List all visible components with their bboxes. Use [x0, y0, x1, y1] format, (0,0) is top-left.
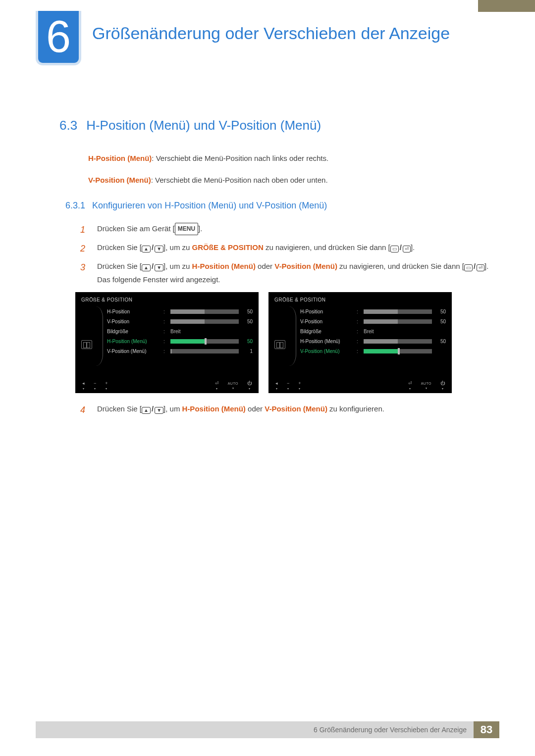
- v-position-label: V-Position (Menü): [88, 176, 151, 184]
- step-text: Drücken Sie [▲/▼], um H-Position (Menü) …: [97, 402, 490, 418]
- down-icon: ▼: [155, 264, 163, 271]
- osd-panel-h: GRÖßE & POSITION H-Position: 50 V-Positi…: [75, 292, 259, 393]
- section-number: 6.3: [59, 118, 77, 133]
- slider: [170, 349, 239, 353]
- chapter-title: Größenänderung oder Verschieben der Anze…: [92, 23, 450, 44]
- osd-list: H-Position: 50 V-Position: 50 Bildgröße:…: [300, 306, 446, 366]
- nav-target: GRÖßE & POSITION: [192, 243, 264, 252]
- slider-selected: [364, 349, 432, 353]
- up-icon: ▲: [142, 264, 151, 271]
- rect-icon: ▭: [390, 246, 399, 252]
- page-number: 83: [474, 721, 499, 738]
- slider: [364, 319, 432, 324]
- h-position-text: : Verschiebt die Menü-Position nach link…: [152, 154, 328, 162]
- down-icon: ▼: [155, 246, 163, 252]
- osd-enter-icon: ⏎▾: [215, 381, 219, 390]
- subsection-heading: 6.3.1Konfigurieren von H-Position (Menü)…: [65, 201, 490, 211]
- section-title: H-Position (Menü) und V-Position (Menü): [86, 118, 321, 133]
- slider: [170, 319, 239, 324]
- osd-plus-icon: +▾: [105, 381, 107, 390]
- down-icon: ▼: [155, 407, 163, 414]
- footer-text: 6 Größenänderung oder Verschieben der An…: [36, 721, 474, 738]
- section-body: 6.3H-Position (Menü) und V-Position (Men…: [59, 118, 490, 421]
- subsection-title: Konfigurieren von H-Position (Menü) und …: [92, 201, 327, 210]
- step-3: 3 Drücken Sie [▲/▼], um zu H-Position (M…: [80, 259, 490, 286]
- nav-target-v: V-Position (Menü): [274, 262, 337, 270]
- up-icon: ▲: [142, 246, 151, 252]
- step-text: Drücken Sie [▲/▼], um zu H-Position (Men…: [97, 259, 490, 286]
- osd-item-vpos: V-Position: 50: [107, 316, 253, 326]
- h-position-label: H-Position (Menü): [88, 154, 152, 162]
- osd-item-vmenu: V-Position (Menü): 1: [107, 346, 253, 356]
- osd-item-hmenu: H-Position (Menü): 50: [300, 336, 446, 346]
- osd-footer: ◂▾ −▾ +▾ ⏎▾ AUTO▾ ⏻▾: [274, 381, 446, 390]
- step-2: 2 Drücken Sie [▲/▼], um zu GRÖßE & POSIT…: [80, 241, 490, 256]
- osd-curve: [289, 306, 296, 366]
- intro-v-position: V-Position (Menü): Verschiebt die Menü-P…: [88, 175, 490, 186]
- osd-plus-icon: +▾: [298, 381, 301, 390]
- osd-item-vpos: V-Position: 50: [300, 316, 446, 326]
- osd-item-size: Bildgröße: Breit: [107, 326, 253, 336]
- v-position-text: : Verschiebt die Menü-Position nach oben…: [151, 176, 328, 184]
- osd-minus-icon: −▾: [287, 381, 289, 390]
- osd-title: GRÖßE & POSITION: [274, 297, 446, 302]
- slider: [364, 309, 432, 314]
- osd-power-icon: ⏻▾: [247, 381, 252, 390]
- subsection-number: 6.3.1: [65, 201, 85, 210]
- osd-category-icon: [274, 340, 285, 349]
- osd-screenshots: GRÖßE & POSITION H-Position: 50 V-Positi…: [75, 292, 490, 393]
- osd-footer: ◂▾ −▾ +▾ ⏎▾ AUTO▾ ⏻▾: [81, 381, 253, 390]
- osd-auto-label: AUTO▾: [421, 382, 431, 390]
- osd-enter-icon: ⏎▾: [408, 381, 412, 390]
- osd-list: H-Position: 50 V-Position: 50 Bildgröße:…: [107, 306, 253, 366]
- osd-back-icon: ◂▾: [82, 381, 85, 390]
- config-target-h: H-Position (Menü): [182, 404, 246, 413]
- up-icon: ▲: [142, 407, 151, 414]
- step-1: 1 Drücken Sie am Gerät [MENU].: [80, 222, 490, 238]
- chapter-header: 6 Größenänderung oder Verschieben der An…: [36, 13, 450, 67]
- intro-h-position: H-Position (Menü): Verschiebt die Menü-P…: [88, 153, 490, 164]
- step-text: Drücken Sie [▲/▼], um zu GRÖßE & POSITIO…: [97, 241, 490, 256]
- osd-panel-v: GRÖßE & POSITION H-Position: 50 V-Positi…: [268, 292, 452, 393]
- step-number: 2: [80, 241, 89, 256]
- osd-item-hpos: H-Position: 50: [300, 306, 446, 316]
- config-target-v: V-Position (Menü): [265, 404, 327, 413]
- nav-target-h: H-Position (Menü): [192, 262, 256, 270]
- step-number: 1: [80, 222, 89, 238]
- osd-title: GRÖßE & POSITION: [81, 297, 253, 302]
- enter-icon: ⏎: [403, 246, 411, 252]
- enter-icon: ⏎: [477, 264, 484, 271]
- osd-item-hpos: H-Position: 50: [107, 306, 253, 316]
- section-heading: 6.3H-Position (Menü) und V-Position (Men…: [59, 118, 490, 133]
- osd-category-icon: [81, 340, 92, 349]
- osd-item-hmenu-selected: H-Position (Menü): 50: [107, 336, 253, 346]
- steps-list-continued: 4 Drücken Sie [▲/▼], um H-Position (Menü…: [80, 402, 490, 418]
- step-number: 3: [80, 259, 89, 286]
- osd-curve: [96, 306, 103, 366]
- menu-button-label: MENU: [175, 223, 198, 236]
- step-text: Drücken Sie am Gerät [MENU].: [97, 222, 490, 238]
- steps-list: 1 Drücken Sie am Gerät [MENU]. 2 Drücken…: [80, 222, 490, 287]
- slider: [170, 309, 239, 314]
- osd-back-icon: ◂▾: [275, 381, 278, 390]
- osd-auto-label: AUTO▾: [228, 382, 238, 390]
- step-4: 4 Drücken Sie [▲/▼], um H-Position (Menü…: [80, 402, 490, 418]
- osd-minus-icon: −▾: [94, 381, 96, 390]
- osd-item-vmenu-selected: V-Position (Menü):: [300, 346, 446, 356]
- page-footer: 6 Größenänderung oder Verschieben der An…: [0, 721, 535, 738]
- chapter-number-badge: 6: [36, 11, 81, 65]
- slider-selected: [170, 339, 239, 344]
- step-number: 4: [80, 402, 89, 418]
- rect-icon: ▭: [464, 264, 473, 271]
- osd-power-icon: ⏻▾: [440, 381, 445, 390]
- slider: [364, 339, 432, 344]
- osd-item-size: Bildgröße: Breit: [300, 326, 446, 336]
- header-accent-bar: [478, 0, 535, 12]
